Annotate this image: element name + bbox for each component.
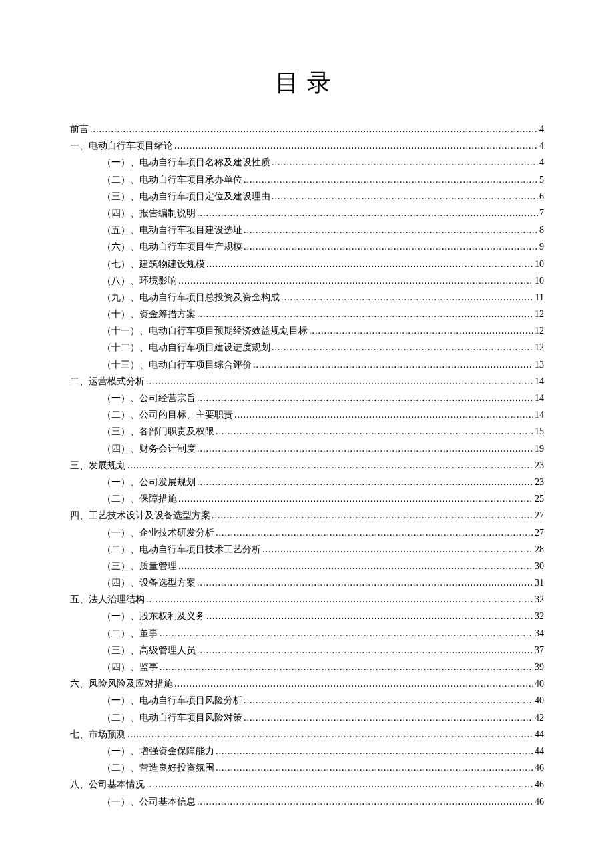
toc-entry-page: 32 — [535, 612, 544, 621]
toc-dot-leader — [197, 646, 533, 655]
toc-entry-label: （一）、公司经营宗旨 — [102, 394, 196, 403]
toc-entry-label: （二）、保障措施 — [102, 494, 177, 504]
toc-dot-leader — [272, 343, 533, 352]
toc-dot-leader — [178, 562, 533, 571]
toc-entry-page: 11 — [535, 293, 544, 302]
toc-entry: 六、风险风险及应对措施40 — [70, 679, 544, 689]
toc-entry-label: （九）、电动自行车项目总投资及资金构成 — [102, 293, 280, 302]
toc-entry-label: （四）、财务会计制度 — [102, 444, 196, 454]
toc-entry: （三）、电动自行车项目定位及建设理由6 — [70, 192, 544, 201]
toc-entry-page: 19 — [535, 444, 544, 454]
toc-dot-leader — [212, 511, 533, 520]
toc-dot-leader — [178, 494, 533, 504]
toc-entry-label: （三）、电动自行车项目定位及建设理由 — [102, 192, 270, 201]
toc-entry: （五）、电动自行车项目建设选址8 — [70, 226, 544, 235]
toc-entry: （四）、设备选型方案31 — [70, 578, 544, 588]
page-title: 目录 — [70, 67, 544, 99]
toc-entry-page: 25 — [535, 494, 544, 504]
toc-entry: （二）、董事34 — [70, 629, 544, 638]
toc-entry-label: （一）、公司基本信息 — [102, 797, 196, 807]
toc-dot-leader — [197, 394, 533, 403]
toc-entry: （八）、环境影响10 — [70, 276, 544, 286]
toc-entry-label: （五）、电动自行车项目建设选址 — [102, 226, 242, 235]
toc-dot-leader — [197, 310, 533, 319]
toc-entry: （一）、企业技术研发分析27 — [70, 528, 544, 538]
toc-entry: （四）、报告编制说明7 — [70, 209, 544, 218]
toc-dot-leader — [244, 713, 533, 723]
toc-dot-leader — [309, 326, 533, 336]
toc-entry-page: 28 — [535, 545, 544, 554]
toc-entry: （一）、公司基本信息46 — [70, 797, 544, 807]
toc-entry-page: 14 — [535, 377, 544, 386]
toc-entry: 前言4 — [70, 125, 544, 134]
toc-dot-leader — [197, 444, 533, 454]
toc-entry-page: 10 — [535, 260, 544, 269]
toc-entry-label: 六、风险风险及应对措施 — [70, 679, 173, 689]
toc-entry-page: 32 — [535, 595, 544, 604]
toc-dot-leader — [253, 360, 533, 370]
toc-entry-page: 7 — [539, 209, 544, 218]
toc-entry: （一）、增强资金保障能力44 — [70, 747, 544, 756]
toc-entry-page: 27 — [535, 511, 544, 520]
toc-entry-page: 12 — [535, 326, 544, 336]
toc-entry-label: 七、市场预测 — [70, 730, 126, 739]
toc-entry: （二）、电动自行车项目承办单位5 — [70, 175, 544, 185]
toc-entry: （二）、电动自行车项目风险对策42 — [70, 713, 544, 723]
toc-dot-leader — [206, 612, 533, 621]
toc-entry: （一）、公司经营宗旨14 — [70, 394, 544, 403]
toc-entry-label: （二）、电动自行车项目风险对策 — [102, 713, 242, 723]
toc-entry-page: 10 — [535, 276, 544, 286]
toc-entry-label: （十）、资金筹措方案 — [102, 310, 196, 319]
toc-dot-leader — [244, 242, 538, 252]
toc-entry: （四）、监事39 — [70, 663, 544, 672]
toc-entry-label: 前言 — [70, 125, 89, 134]
toc-entry-label: （十二）、电动自行车项目建设进度规划 — [102, 343, 270, 352]
toc-dot-leader — [146, 595, 533, 604]
toc-entry: （九）、电动自行车项目总投资及资金构成11 — [70, 293, 544, 302]
toc-entry-label: （一）、股东权利及义务 — [102, 612, 205, 621]
toc-entry: （三）、质量管理30 — [70, 562, 544, 571]
toc-entry-label: （三）、高级管理人员 — [102, 646, 196, 655]
toc-dot-leader — [174, 141, 538, 151]
toc-dot-leader — [197, 797, 533, 807]
toc-dot-leader — [244, 175, 538, 185]
toc-entry-page: 5 — [539, 175, 544, 185]
toc-entry-label: （二）、电动自行车项目技术工艺分析 — [102, 545, 261, 554]
toc-entry-page: 46 — [535, 780, 544, 789]
toc-entry-page: 12 — [535, 310, 544, 319]
toc-entry-label: （八）、环境影响 — [102, 276, 177, 286]
toc-entry-label: （十三）、电动自行车项目综合评价 — [102, 360, 252, 370]
toc-entry-label: 五、法人治理结构 — [70, 595, 145, 604]
toc-entry-page: 30 — [535, 562, 544, 571]
toc-entry: （一）、公司发展规划23 — [70, 478, 544, 487]
toc-entry-label: （一）、电动自行车项目风险分析 — [102, 696, 242, 705]
table-of-contents: 前言4一、电动自行车项目绪论4（一）、电动自行车项目名称及建设性质4（二）、电动… — [70, 125, 544, 807]
toc-entry: （十一）、电动自行车项目预期经济效益规划目标12 — [70, 326, 544, 336]
toc-entry: （二）、营造良好投资氛围46 — [70, 763, 544, 773]
toc-entry: 三、发展规划23 — [70, 461, 544, 470]
toc-entry-page: 46 — [535, 763, 544, 773]
toc-entry-page: 31 — [535, 578, 544, 588]
toc-entry-page: 12 — [535, 343, 544, 352]
toc-entry-label: （二）、公司的目标、主要职责 — [102, 410, 233, 420]
toc-entry-label: 一、电动自行车项目绪论 — [70, 141, 173, 151]
toc-entry-label: （三）、各部门职责及权限 — [102, 427, 214, 436]
toc-entry-label: （一）、增强资金保障能力 — [102, 747, 214, 756]
toc-entry-label: 八、公司基本情况 — [70, 780, 145, 789]
toc-dot-leader — [244, 696, 533, 705]
toc-dot-leader — [90, 125, 538, 134]
toc-dot-leader — [197, 478, 533, 487]
toc-entry-page: 8 — [539, 226, 544, 235]
toc-entry: 七、市场预测44 — [70, 730, 544, 739]
toc-entry-page: 40 — [535, 696, 544, 705]
toc-dot-leader — [127, 730, 533, 739]
toc-entry: （四）、财务会计制度19 — [70, 444, 544, 454]
toc-entry-page: 37 — [535, 646, 544, 655]
toc-entry-label: （十一）、电动自行车项目预期经济效益规划目标 — [102, 326, 308, 336]
toc-entry-label: （一）、公司发展规划 — [102, 478, 196, 487]
toc-entry-page: 44 — [535, 730, 544, 739]
toc-entry-page: 4 — [539, 158, 544, 167]
toc-dot-leader — [160, 629, 533, 638]
toc-entry-label: （二）、电动自行车项目承办单位 — [102, 175, 242, 185]
toc-entry: （二）、保障措施25 — [70, 494, 544, 504]
